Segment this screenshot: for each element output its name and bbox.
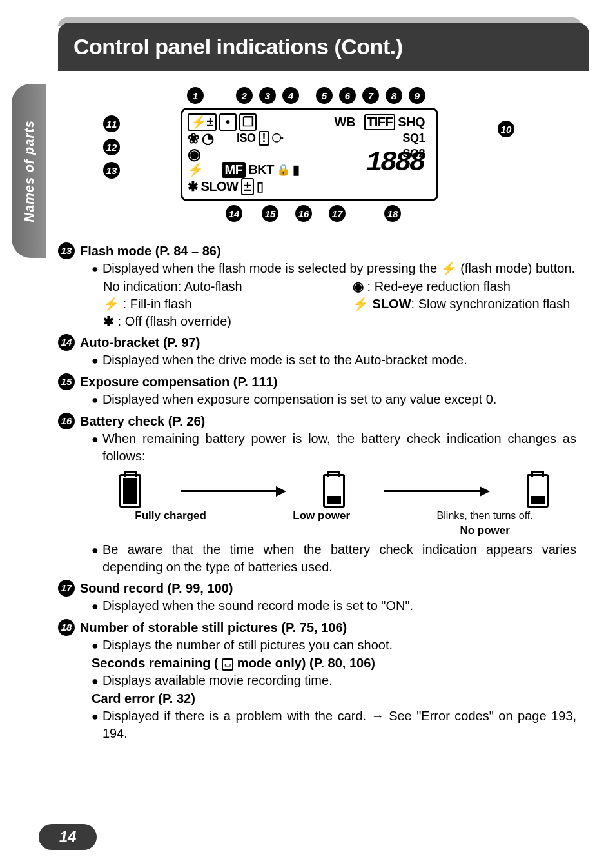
callout-12: 12	[103, 139, 120, 155]
item-13-num: 13	[58, 242, 75, 259]
arrow-right-icon: →	[371, 707, 384, 725]
item-16-line1: ● When remaining battery power is low, t…	[92, 430, 576, 465]
item-18-text3a: Displayed if there is a problem with the…	[102, 709, 371, 723]
shq-label: SHQ	[398, 115, 425, 129]
item-13-head: 13 Flash mode (P. 84 – 86)	[58, 242, 576, 260]
callout-17: 17	[329, 205, 346, 222]
arrow-icon-2	[384, 490, 487, 492]
item-18-num: 18	[58, 619, 75, 636]
header-bar: Control panel indications (Cont.)	[58, 23, 589, 71]
fill-flash-icon: ⚡	[103, 295, 119, 313]
item-14-title: Auto-bracket (P. 97)	[80, 334, 200, 351]
item-16-text1: When remaining battery power is low, the…	[102, 430, 576, 465]
callout-13: 13	[103, 162, 120, 179]
item-13-line1: ● Displayed when the flash mode is selec…	[92, 260, 576, 278]
macro-icon: ❀	[188, 131, 199, 146]
battery-icon2: ▮	[293, 163, 300, 177]
batt-label-none1: Blinks, then turns off.	[437, 510, 533, 521]
callout-10: 10	[498, 121, 514, 137]
battery-full-icon	[119, 474, 141, 508]
flash-icon: ⚡	[441, 260, 457, 277]
item-15-title: Exposure compensation (P. 111)	[80, 373, 277, 391]
callout-6: 6	[339, 87, 356, 104]
spot-meter-icon: •	[219, 113, 237, 131]
timer-icon2: ◔	[202, 131, 214, 146]
batt-label-full: Fully charged	[135, 509, 206, 538]
item-13-slow: SLOW	[373, 297, 411, 311]
callout-18: 18	[384, 205, 401, 222]
item-18-title2a: Seconds remaining (	[92, 656, 219, 670]
item-17-line1: ● Displayed when the sound record mode i…	[92, 597, 576, 615]
page-title: Control panel indications (Cont.)	[73, 34, 402, 59]
item-17-head: 17 Sound record (P. 99, 100)	[58, 580, 576, 597]
callout-16: 16	[295, 205, 312, 222]
page-number-badge: 14	[39, 824, 97, 850]
item-18-text2: Displays available movie recording time.	[102, 672, 333, 690]
item-15-head: 15 Exposure compensation (P. 111)	[58, 373, 576, 391]
callout-row-top: 1 2 3 4 5 6 7 8 9	[187, 87, 483, 104]
callout-7: 7	[362, 87, 379, 104]
item-13-c2a: : Red-eye reduction flash	[367, 279, 511, 293]
item-18-title3: Card error (P. 32)	[92, 690, 576, 707]
item-16-text2: Be aware that the time when the battery …	[102, 541, 576, 576]
callout-8: 8	[386, 87, 402, 104]
callout-row-bottom: 14 15 16 17 18	[226, 205, 483, 222]
page-number: 14	[59, 828, 77, 846]
item-16-title: Battery check (P. 26)	[80, 413, 205, 430]
wb-label: WB	[335, 115, 355, 129]
item-14-text: Displayed when the drive mode is set to …	[102, 351, 467, 370]
mf-label: MF	[222, 162, 246, 178]
item-15-text: Displayed when exposure compensation is …	[102, 391, 496, 409]
redeye-icon: ◉	[353, 278, 364, 295]
body-content: 13 Flash mode (P. 84 – 86) ● Displayed w…	[58, 239, 576, 742]
item-13-c1b: : Fill-in flash	[123, 297, 192, 311]
section-tab: Names of parts	[12, 84, 46, 258]
item-16-head: 16 Battery check (P. 26)	[58, 413, 576, 430]
warning-icon: !	[259, 131, 270, 146]
section-tab-label: Names of parts	[22, 120, 37, 222]
item-18-line3: ● Displayed if there is a problem with t…	[92, 707, 576, 742]
battery-empty-icon	[527, 474, 549, 508]
item-13-c1a: No indication: Auto-flash	[103, 278, 327, 295]
item-16-num: 16	[58, 413, 75, 429]
batt-label-none2: No power	[460, 524, 509, 537]
item-18-line1: ● Displays the number of still pictures …	[92, 636, 576, 655]
arrow-icon	[181, 490, 284, 492]
item-13-line1b: (flash mode) button.	[460, 261, 575, 275]
item-18-head: 18 Number of storable still pictures (P.…	[58, 619, 576, 636]
exp-comp-icon: ±	[241, 178, 254, 195]
item-14-num: 14	[58, 334, 75, 351]
item-17-text: Displayed when the sound record mode is …	[102, 597, 413, 615]
seg7-digits: 1888	[366, 148, 424, 177]
battery-low-icon	[323, 474, 345, 508]
item-15-num: 15	[58, 373, 75, 390]
item-18-title2: Seconds remaining ( ▭ mode only) (P. 80,…	[92, 655, 576, 672]
drive-icon: ❐	[239, 113, 257, 131]
battery-diagram	[92, 474, 576, 508]
callout-3: 3	[259, 87, 276, 104]
card-icon: ⧂	[272, 132, 284, 144]
callout-11: 11	[103, 115, 120, 132]
iso-label: ISO	[237, 132, 256, 144]
sq1-label: SQ1	[402, 132, 425, 144]
tiff-label: TIFF	[364, 114, 395, 130]
item-13-line1a: Displayed when the flash mode is selecte…	[102, 261, 441, 275]
item-15-line1: ● Displayed when exposure compensation i…	[92, 391, 576, 409]
item-18-title2b: mode only) (P. 80, 106)	[237, 656, 375, 670]
callout-4: 4	[282, 87, 299, 104]
callout-2: 2	[236, 87, 253, 104]
af-lock-icon: 🔒	[277, 164, 290, 176]
item-18-line2: ● Displays available movie recording tim…	[92, 672, 576, 690]
item-16-line2: ● Be aware that the time when the batter…	[92, 541, 576, 576]
item-13-c1c: : Off (flash override)	[118, 314, 231, 328]
callout-15: 15	[262, 205, 278, 222]
callout-5: 5	[316, 87, 333, 104]
battery-labels: Fully charged Low power Blinks, then tur…	[92, 509, 576, 541]
slow-label: SLOW	[201, 180, 239, 193]
mic-icon: ▯	[257, 180, 264, 193]
slow-flash-icon: ⚡	[353, 295, 369, 313]
lcd-diagram: 1 2 3 4 5 6 7 8 9 11 12 13 ⚡± • ❐ WB TIF…	[135, 87, 483, 222]
item-17-title: Sound record (P. 99, 100)	[80, 580, 233, 597]
item-14-line1: ● Displayed when the drive mode is set t…	[92, 351, 576, 370]
item-14-head: 14 Auto-bracket (P. 97)	[58, 334, 576, 351]
